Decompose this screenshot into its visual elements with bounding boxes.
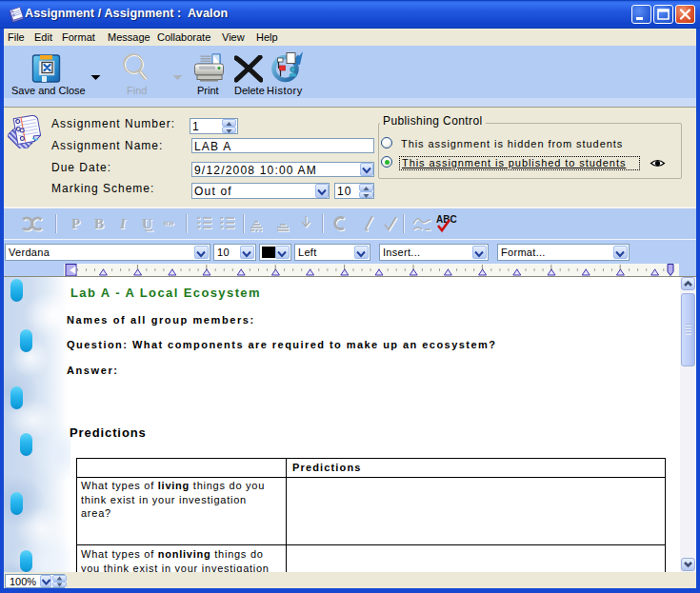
svg-text:U: U xyxy=(142,216,152,231)
svg-text:«»: «» xyxy=(163,215,174,228)
svg-text:B: B xyxy=(94,216,104,231)
svg-text:I: I xyxy=(119,216,127,231)
svg-text:P: P xyxy=(71,216,80,231)
